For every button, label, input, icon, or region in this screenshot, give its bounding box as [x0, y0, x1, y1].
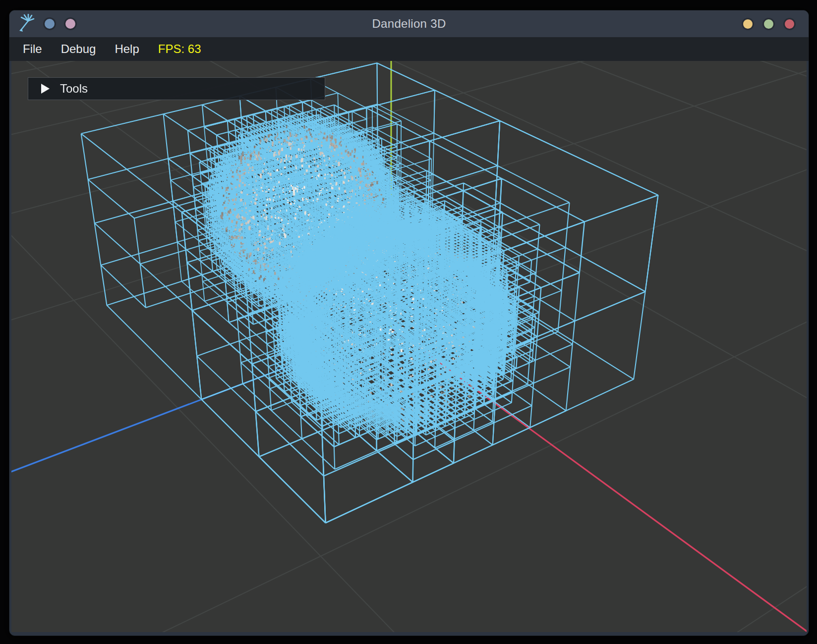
- menu-help[interactable]: Help: [115, 42, 139, 56]
- tools-panel-label: Tools: [60, 82, 88, 96]
- window-controls: [742, 10, 796, 37]
- dandelion-seed-icon: [17, 14, 35, 34]
- 3d-viewport[interactable]: [11, 61, 807, 632]
- titlebar-left-cluster: [17, 10, 77, 37]
- app-window: Dandelion 3D File Debug Help FPS: 63 Too…: [9, 10, 809, 636]
- expand-triangle-icon[interactable]: [41, 84, 50, 94]
- menu-debug[interactable]: Debug: [61, 42, 96, 56]
- workspace-button-blue[interactable]: [43, 17, 56, 30]
- minimize-button[interactable]: [742, 18, 754, 30]
- viewport-frame: [11, 61, 807, 632]
- window-title: Dandelion 3D: [372, 17, 446, 31]
- maximize-button[interactable]: [762, 18, 775, 30]
- menu-file[interactable]: File: [23, 42, 42, 56]
- titlebar[interactable]: Dandelion 3D: [9, 10, 809, 37]
- tools-panel-header[interactable]: Tools: [28, 77, 325, 100]
- workspace-button-pink[interactable]: [64, 17, 77, 30]
- close-button[interactable]: [783, 18, 796, 30]
- fps-counter: FPS: 63: [158, 42, 201, 56]
- menubar: File Debug Help FPS: 63: [9, 37, 809, 61]
